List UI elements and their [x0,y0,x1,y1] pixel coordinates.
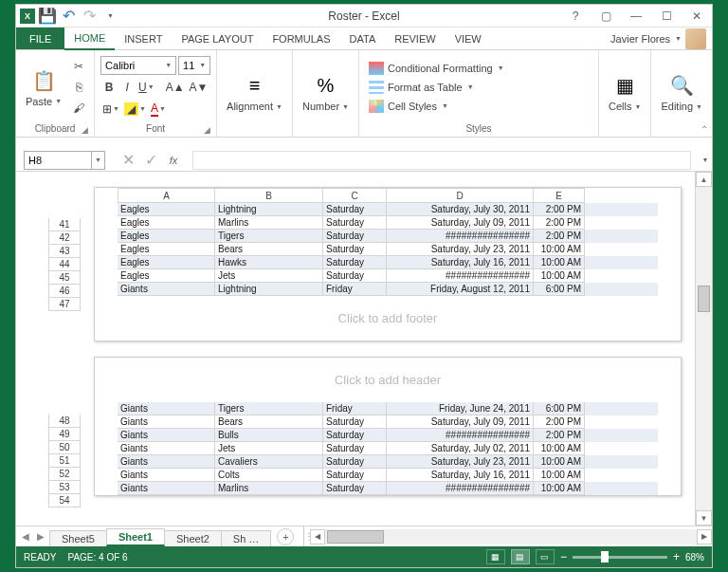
cell[interactable]: Saturday, July 09, 2011 [387,415,534,429]
cell[interactable]: 10:00 AM [534,243,585,256]
cell[interactable]: Saturday [323,442,387,455]
cell[interactable]: Saturday, July 02, 2011 [387,442,534,455]
table-row[interactable]: GiantsBearsSaturdaySaturday, July 09, 20… [118,415,658,429]
cell[interactable]: ################ [387,482,534,495]
cell[interactable]: Saturday, July 30, 2011 [387,203,534,216]
cell[interactable]: Tigers [215,230,323,243]
add-sheet-button[interactable]: + [277,528,294,545]
cell[interactable]: Giants [118,455,215,469]
cell[interactable]: Friday [323,283,387,296]
cell[interactable]: Lightning [215,283,323,296]
paste-button[interactable]: 📋 Paste▼ [22,65,65,109]
font-name-select[interactable]: Calibri▼ [100,56,176,75]
cell[interactable]: Saturday [323,203,387,216]
cell[interactable]: Saturday [323,230,387,243]
name-box[interactable]: H8 [24,151,92,170]
fill-color-button[interactable]: ◢▼ [122,100,148,119]
font-dialog-icon[interactable]: ◢ [204,125,210,135]
close-icon[interactable]: ✕ [685,8,708,25]
decrease-font-icon[interactable]: A▼ [188,78,210,97]
cells-button[interactable]: ▦ Cells▼ [605,70,645,114]
bold-button[interactable]: B [100,78,118,97]
cell[interactable]: Saturday [323,429,387,442]
file-tab[interactable]: FILE [16,28,64,49]
tab-home[interactable]: HOME [64,28,115,50]
cell[interactable]: Giants [118,415,215,429]
row-header[interactable]: 46 [48,285,81,298]
row-header[interactable]: 45 [48,271,81,285]
cell[interactable]: Saturday [323,469,387,482]
collapse-ribbon-icon[interactable]: ⌃ [701,124,708,135]
help-icon[interactable]: ? [564,8,587,25]
sheet-nav-prev-icon[interactable]: ◀ [22,531,29,542]
user-area[interactable]: Javier Flores ▼ [610,28,712,49]
copy-icon[interactable]: ⎘ [69,78,88,97]
table-row[interactable]: EaglesMarlinsSaturdaySaturday, July 09, … [118,216,658,230]
cell[interactable]: Saturday [323,415,387,429]
number-button[interactable]: % Number▼ [299,70,353,114]
format-as-table-button[interactable]: Format as Table▼ [365,79,478,96]
cell[interactable]: Tigers [215,402,323,415]
tab-insert[interactable]: INSERT [115,28,172,49]
table-row[interactable]: GiantsColtsSaturdaySaturday, July 16, 20… [118,469,658,482]
underline-button[interactable]: U▼ [136,78,156,97]
row-header[interactable]: 49 [48,428,81,441]
table-row[interactable]: EaglesLightningSaturdaySaturday, July 30… [118,203,658,216]
normal-view-icon[interactable]: ▦ [486,549,505,564]
cell[interactable]: Eagles [118,203,215,216]
cell[interactable]: Giants [118,283,215,296]
cell[interactable]: Lightning [215,203,323,216]
sheet-nav-next-icon[interactable]: ▶ [37,531,45,542]
format-painter-icon[interactable]: 🖌 [69,99,88,118]
cell[interactable]: Marlins [215,216,323,230]
zoom-thumb[interactable] [601,551,609,563]
cell[interactable]: 10:00 AM [534,482,585,495]
cell[interactable]: 2:00 PM [534,415,585,429]
cell[interactable]: Saturday [323,256,387,269]
cell[interactable]: Eagles [118,269,215,283]
formula-input[interactable] [192,151,691,170]
cell[interactable]: 6:00 PM [534,402,585,415]
cell[interactable]: 2:00 PM [534,429,585,442]
column-header-c[interactable]: C [323,188,387,203]
cell[interactable]: Saturday [323,269,387,283]
font-color-button[interactable]: A▼ [149,100,168,119]
cell[interactable]: Hawks [215,256,323,269]
clipboard-dialog-icon[interactable]: ◢ [82,125,88,135]
cell[interactable]: Giants [118,482,215,495]
cell[interactable]: Eagles [118,230,215,243]
cell[interactable]: Saturday, July 23, 2011 [387,455,534,469]
vertical-scrollbar[interactable]: ▲ ▼ [695,172,712,526]
table-row[interactable]: GiantsLightningFridayFriday, August 12, … [118,283,658,296]
column-header-a[interactable]: A [118,188,215,203]
cell[interactable]: Saturday [323,216,387,230]
page-layout-view-icon[interactable]: ▤ [511,549,530,564]
save-icon[interactable]: 💾 [39,8,56,25]
scroll-right-icon[interactable]: ▶ [697,529,712,544]
sheet-tab-sh[interactable]: Sh … [221,530,272,546]
cell[interactable]: Bears [215,243,323,256]
row-header[interactable]: 52 [48,468,81,481]
row-header[interactable]: 50 [48,441,81,454]
tab-page-layout[interactable]: PAGE LAYOUT [172,28,263,49]
name-box-dropdown[interactable]: ▼ [92,151,105,170]
ribbon-display-icon[interactable]: ▢ [594,8,617,25]
cell[interactable]: Bulls [215,429,323,442]
scroll-left-icon[interactable]: ◀ [310,529,325,544]
increase-font-icon[interactable]: A▲ [164,78,187,97]
cell[interactable]: Eagles [118,243,215,256]
cell[interactable]: Jets [215,269,323,283]
border-button[interactable]: ⊞▼ [100,100,121,119]
zoom-in-button[interactable]: + [673,550,680,563]
maximize-icon[interactable]: ☐ [655,8,678,25]
row-header[interactable]: 47 [48,298,81,311]
row-header[interactable]: 41 [48,218,81,231]
column-header-d[interactable]: D [387,188,534,203]
formula-expand-icon[interactable]: ▼ [699,157,712,163]
row-header[interactable]: 53 [48,481,81,494]
editing-button[interactable]: 🔍 Editing▼ [657,70,706,114]
cell[interactable]: 10:00 AM [534,269,585,283]
cell[interactable]: 2:00 PM [534,203,585,216]
cancel-formula-icon[interactable]: ✕ [117,151,139,170]
scroll-up-icon[interactable]: ▲ [696,172,712,187]
